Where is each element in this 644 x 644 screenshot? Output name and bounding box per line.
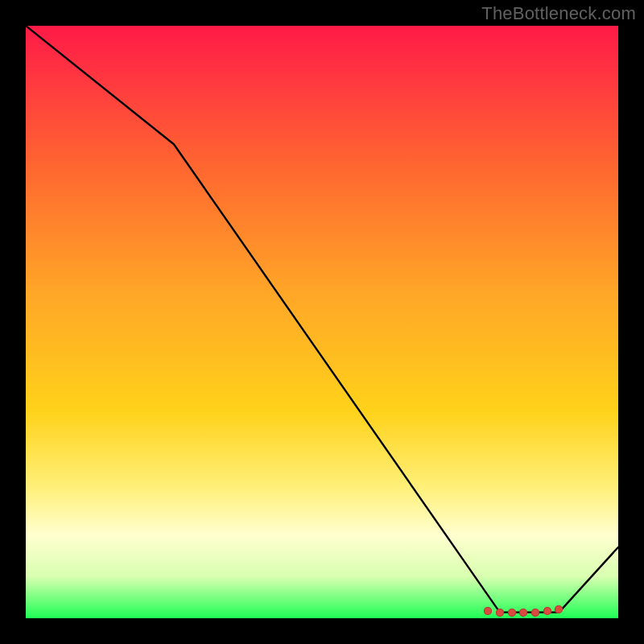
data-marker — [531, 609, 539, 617]
chart-container: TheBottleneck.com — [0, 0, 644, 644]
line-series-curve — [26, 26, 618, 613]
data-marker — [519, 609, 527, 617]
data-marker — [496, 609, 504, 617]
plot-area — [26, 26, 618, 618]
data-marker — [543, 607, 551, 615]
attribution-label: TheBottleneck.com — [481, 3, 636, 24]
chart-svg — [26, 26, 618, 618]
data-marker — [508, 609, 516, 617]
